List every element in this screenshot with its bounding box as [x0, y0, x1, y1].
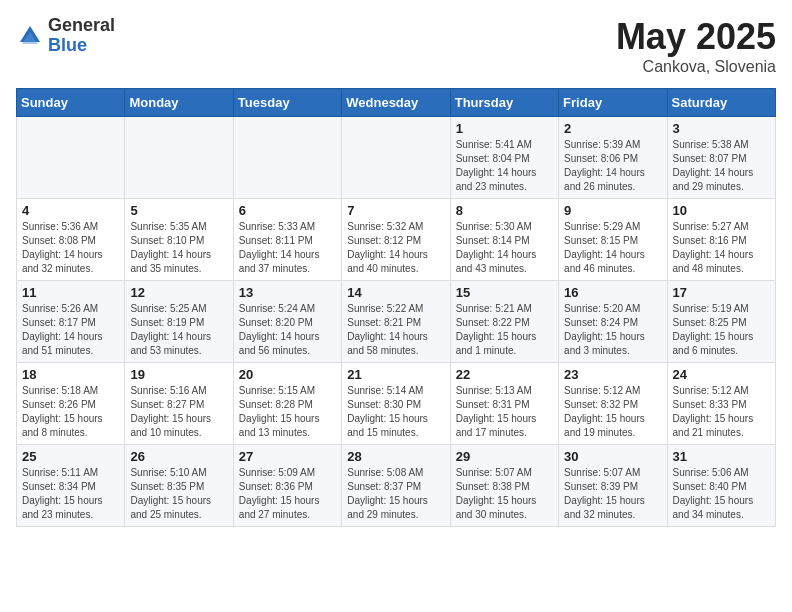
day-number: 10	[673, 203, 770, 218]
calendar-week-row: 11Sunrise: 5:26 AM Sunset: 8:17 PM Dayli…	[17, 281, 776, 363]
day-info: Sunrise: 5:32 AM Sunset: 8:12 PM Dayligh…	[347, 220, 444, 276]
day-info: Sunrise: 5:20 AM Sunset: 8:24 PM Dayligh…	[564, 302, 661, 358]
day-number: 8	[456, 203, 553, 218]
calendar-cell: 9Sunrise: 5:29 AM Sunset: 8:15 PM Daylig…	[559, 199, 667, 281]
day-info: Sunrise: 5:35 AM Sunset: 8:10 PM Dayligh…	[130, 220, 227, 276]
calendar-cell: 22Sunrise: 5:13 AM Sunset: 8:31 PM Dayli…	[450, 363, 558, 445]
logo-general: General	[48, 16, 115, 36]
calendar-week-row: 1Sunrise: 5:41 AM Sunset: 8:04 PM Daylig…	[17, 117, 776, 199]
day-info: Sunrise: 5:21 AM Sunset: 8:22 PM Dayligh…	[456, 302, 553, 358]
day-info: Sunrise: 5:19 AM Sunset: 8:25 PM Dayligh…	[673, 302, 770, 358]
calendar-cell	[342, 117, 450, 199]
day-number: 18	[22, 367, 119, 382]
calendar-cell: 4Sunrise: 5:36 AM Sunset: 8:08 PM Daylig…	[17, 199, 125, 281]
day-info: Sunrise: 5:33 AM Sunset: 8:11 PM Dayligh…	[239, 220, 336, 276]
calendar-cell: 10Sunrise: 5:27 AM Sunset: 8:16 PM Dayli…	[667, 199, 775, 281]
day-number: 13	[239, 285, 336, 300]
day-info: Sunrise: 5:12 AM Sunset: 8:32 PM Dayligh…	[564, 384, 661, 440]
day-number: 20	[239, 367, 336, 382]
day-number: 26	[130, 449, 227, 464]
day-number: 23	[564, 367, 661, 382]
calendar-cell	[125, 117, 233, 199]
day-number: 24	[673, 367, 770, 382]
weekday-header: Sunday	[17, 89, 125, 117]
calendar-cell: 15Sunrise: 5:21 AM Sunset: 8:22 PM Dayli…	[450, 281, 558, 363]
day-info: Sunrise: 5:16 AM Sunset: 8:27 PM Dayligh…	[130, 384, 227, 440]
day-number: 14	[347, 285, 444, 300]
day-info: Sunrise: 5:11 AM Sunset: 8:34 PM Dayligh…	[22, 466, 119, 522]
day-info: Sunrise: 5:14 AM Sunset: 8:30 PM Dayligh…	[347, 384, 444, 440]
calendar-cell	[17, 117, 125, 199]
day-info: Sunrise: 5:12 AM Sunset: 8:33 PM Dayligh…	[673, 384, 770, 440]
calendar-cell: 6Sunrise: 5:33 AM Sunset: 8:11 PM Daylig…	[233, 199, 341, 281]
weekday-header: Friday	[559, 89, 667, 117]
day-number: 25	[22, 449, 119, 464]
calendar-cell: 7Sunrise: 5:32 AM Sunset: 8:12 PM Daylig…	[342, 199, 450, 281]
day-number: 1	[456, 121, 553, 136]
day-number: 30	[564, 449, 661, 464]
day-number: 27	[239, 449, 336, 464]
calendar-cell: 30Sunrise: 5:07 AM Sunset: 8:39 PM Dayli…	[559, 445, 667, 527]
day-info: Sunrise: 5:08 AM Sunset: 8:37 PM Dayligh…	[347, 466, 444, 522]
calendar-cell: 27Sunrise: 5:09 AM Sunset: 8:36 PM Dayli…	[233, 445, 341, 527]
calendar-cell: 3Sunrise: 5:38 AM Sunset: 8:07 PM Daylig…	[667, 117, 775, 199]
day-number: 17	[673, 285, 770, 300]
calendar-cell: 18Sunrise: 5:18 AM Sunset: 8:26 PM Dayli…	[17, 363, 125, 445]
day-number: 16	[564, 285, 661, 300]
weekday-header-row: SundayMondayTuesdayWednesdayThursdayFrid…	[17, 89, 776, 117]
location-title: Cankova, Slovenia	[616, 58, 776, 76]
day-number: 9	[564, 203, 661, 218]
day-info: Sunrise: 5:25 AM Sunset: 8:19 PM Dayligh…	[130, 302, 227, 358]
calendar-cell: 25Sunrise: 5:11 AM Sunset: 8:34 PM Dayli…	[17, 445, 125, 527]
day-info: Sunrise: 5:06 AM Sunset: 8:40 PM Dayligh…	[673, 466, 770, 522]
calendar-cell: 16Sunrise: 5:20 AM Sunset: 8:24 PM Dayli…	[559, 281, 667, 363]
calendar-cell: 12Sunrise: 5:25 AM Sunset: 8:19 PM Dayli…	[125, 281, 233, 363]
calendar: SundayMondayTuesdayWednesdayThursdayFrid…	[16, 88, 776, 527]
calendar-cell: 28Sunrise: 5:08 AM Sunset: 8:37 PM Dayli…	[342, 445, 450, 527]
calendar-cell: 17Sunrise: 5:19 AM Sunset: 8:25 PM Dayli…	[667, 281, 775, 363]
calendar-cell: 14Sunrise: 5:22 AM Sunset: 8:21 PM Dayli…	[342, 281, 450, 363]
weekday-header: Saturday	[667, 89, 775, 117]
calendar-cell: 5Sunrise: 5:35 AM Sunset: 8:10 PM Daylig…	[125, 199, 233, 281]
calendar-week-row: 25Sunrise: 5:11 AM Sunset: 8:34 PM Dayli…	[17, 445, 776, 527]
day-info: Sunrise: 5:22 AM Sunset: 8:21 PM Dayligh…	[347, 302, 444, 358]
day-number: 3	[673, 121, 770, 136]
weekday-header: Tuesday	[233, 89, 341, 117]
day-info: Sunrise: 5:41 AM Sunset: 8:04 PM Dayligh…	[456, 138, 553, 194]
day-number: 4	[22, 203, 119, 218]
calendar-cell: 29Sunrise: 5:07 AM Sunset: 8:38 PM Dayli…	[450, 445, 558, 527]
day-info: Sunrise: 5:24 AM Sunset: 8:20 PM Dayligh…	[239, 302, 336, 358]
day-info: Sunrise: 5:07 AM Sunset: 8:39 PM Dayligh…	[564, 466, 661, 522]
day-info: Sunrise: 5:18 AM Sunset: 8:26 PM Dayligh…	[22, 384, 119, 440]
logo-text: General Blue	[48, 16, 115, 56]
logo-icon	[16, 22, 44, 50]
day-info: Sunrise: 5:39 AM Sunset: 8:06 PM Dayligh…	[564, 138, 661, 194]
calendar-cell: 11Sunrise: 5:26 AM Sunset: 8:17 PM Dayli…	[17, 281, 125, 363]
weekday-header: Monday	[125, 89, 233, 117]
day-number: 21	[347, 367, 444, 382]
page-header: General Blue May 2025 Cankova, Slovenia	[16, 16, 776, 76]
day-info: Sunrise: 5:07 AM Sunset: 8:38 PM Dayligh…	[456, 466, 553, 522]
day-number: 19	[130, 367, 227, 382]
day-info: Sunrise: 5:36 AM Sunset: 8:08 PM Dayligh…	[22, 220, 119, 276]
day-info: Sunrise: 5:13 AM Sunset: 8:31 PM Dayligh…	[456, 384, 553, 440]
day-number: 12	[130, 285, 227, 300]
weekday-header: Thursday	[450, 89, 558, 117]
calendar-cell	[233, 117, 341, 199]
day-info: Sunrise: 5:10 AM Sunset: 8:35 PM Dayligh…	[130, 466, 227, 522]
calendar-cell: 20Sunrise: 5:15 AM Sunset: 8:28 PM Dayli…	[233, 363, 341, 445]
calendar-cell: 19Sunrise: 5:16 AM Sunset: 8:27 PM Dayli…	[125, 363, 233, 445]
day-info: Sunrise: 5:15 AM Sunset: 8:28 PM Dayligh…	[239, 384, 336, 440]
calendar-week-row: 4Sunrise: 5:36 AM Sunset: 8:08 PM Daylig…	[17, 199, 776, 281]
logo: General Blue	[16, 16, 115, 56]
day-number: 15	[456, 285, 553, 300]
calendar-cell: 31Sunrise: 5:06 AM Sunset: 8:40 PM Dayli…	[667, 445, 775, 527]
logo-blue: Blue	[48, 36, 115, 56]
title-block: May 2025 Cankova, Slovenia	[616, 16, 776, 76]
day-number: 6	[239, 203, 336, 218]
day-info: Sunrise: 5:30 AM Sunset: 8:14 PM Dayligh…	[456, 220, 553, 276]
day-number: 2	[564, 121, 661, 136]
day-number: 31	[673, 449, 770, 464]
day-number: 7	[347, 203, 444, 218]
weekday-header: Wednesday	[342, 89, 450, 117]
